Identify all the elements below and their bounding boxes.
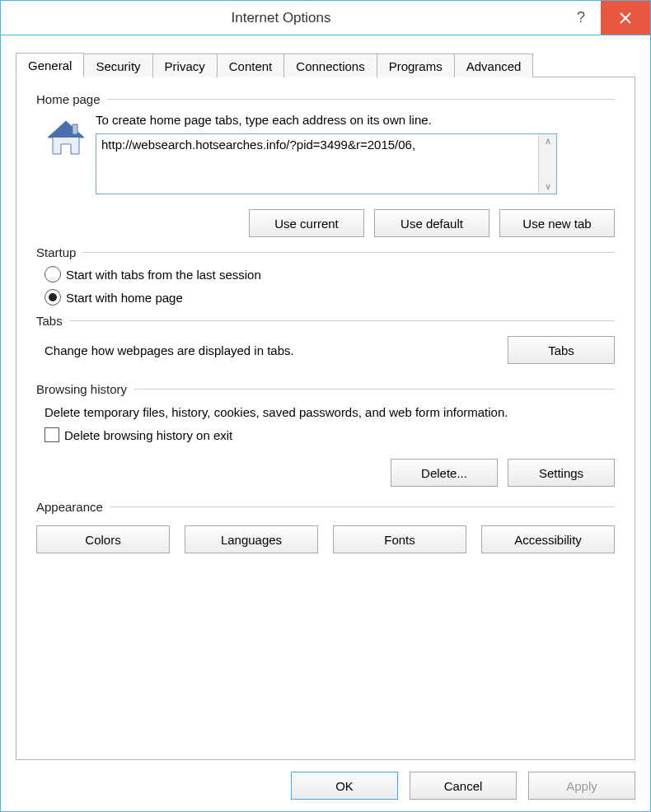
tab-connections[interactable]: Connections [283, 54, 377, 77]
fonts-button[interactable]: Fonts [333, 525, 466, 553]
radio-home-page[interactable] [44, 289, 61, 306]
radio-last-session[interactable] [44, 266, 61, 282]
divider [82, 252, 615, 253]
homepage-url-input[interactable] [96, 134, 538, 194]
ok-button[interactable]: OK [291, 772, 398, 800]
divider [69, 320, 615, 321]
group-homepage-label: Home page [36, 92, 101, 106]
window-title: Internet Options [1, 10, 561, 26]
svg-marker-1 [48, 121, 84, 138]
scrollbar[interactable]: ∧ ∨ [538, 134, 556, 194]
delete-button[interactable]: Delete... [391, 459, 498, 487]
use-default-button[interactable]: Use default [374, 209, 489, 237]
help-button[interactable]: ? [561, 1, 601, 35]
history-settings-button[interactable]: Settings [508, 459, 615, 487]
use-new-tab-button[interactable]: Use new tab [499, 209, 615, 237]
home-icon [36, 113, 96, 194]
group-tabs-label: Tabs [36, 314, 63, 328]
homepage-buttons: Use current Use default Use new tab [96, 209, 615, 237]
languages-button[interactable]: Languages [185, 525, 318, 553]
radio-last-session-row[interactable]: Start with tabs from the last session [44, 266, 615, 282]
radio-home-page-row[interactable]: Start with home page [44, 289, 615, 306]
divider [107, 99, 615, 100]
homepage-url-wrap: ∧ ∨ [96, 133, 557, 194]
history-checkbox-row[interactable]: Delete browsing history on exit [44, 427, 615, 442]
titlebar-controls: ? [561, 1, 650, 35]
group-history-label: Browsing history [36, 382, 127, 396]
delete-on-exit-label: Delete browsing history on exit [64, 428, 232, 442]
appearance-buttons: Colors Languages Fonts Accessibility [36, 525, 615, 553]
homepage-instruction: To create home page tabs, type each addr… [96, 113, 615, 127]
homepage-right: To create home page tabs, type each addr… [96, 113, 615, 194]
tabs-section-row: Change how webpages are displayed in tab… [44, 336, 615, 364]
svg-rect-2 [73, 124, 77, 134]
homepage-row: To create home page tabs, type each addr… [36, 113, 615, 194]
group-appearance-label: Appearance [36, 500, 103, 514]
tab-security[interactable]: Security [83, 54, 152, 77]
dialog-footer: OK Cancel Apply [16, 760, 635, 800]
history-text: Delete temporary files, history, cookies… [44, 404, 615, 421]
tabs-section-text: Change how webpages are displayed in tab… [44, 343, 491, 357]
group-tabs: Tabs [36, 314, 615, 328]
titlebar: Internet Options ? [1, 1, 650, 35]
accessibility-button[interactable]: Accessibility [481, 525, 615, 553]
close-button[interactable] [601, 1, 650, 35]
group-appearance: Appearance [36, 500, 615, 514]
apply-button[interactable]: Apply [528, 772, 635, 800]
tabstrip: General Security Privacy Content Connect… [16, 52, 635, 77]
divider [110, 506, 615, 507]
colors-button[interactable]: Colors [36, 525, 170, 553]
radio-home-page-label: Start with home page [66, 291, 183, 305]
tab-advanced[interactable]: Advanced [454, 54, 534, 77]
tab-programs[interactable]: Programs [377, 54, 455, 77]
scroll-down-icon: ∨ [545, 181, 551, 192]
client-area: General Security Privacy Content Connect… [1, 35, 650, 811]
tab-privacy[interactable]: Privacy [152, 54, 218, 77]
tab-general[interactable]: General [16, 53, 84, 77]
divider [133, 389, 615, 390]
internet-options-dialog: Internet Options ? General Security Priv… [0, 0, 651, 812]
group-startup: Startup [36, 245, 615, 259]
scroll-up-icon: ∧ [545, 136, 551, 147]
delete-on-exit-checkbox[interactable] [44, 427, 59, 442]
group-history: Browsing history [36, 382, 615, 396]
tab-content[interactable]: Content [217, 54, 285, 77]
group-startup-label: Startup [36, 245, 76, 259]
cancel-button[interactable]: Cancel [410, 772, 517, 800]
use-current-button[interactable]: Use current [249, 209, 364, 237]
history-buttons: Delete... Settings [36, 459, 615, 487]
group-homepage: Home page [36, 92, 615, 106]
close-icon [620, 12, 631, 24]
tabs-button[interactable]: Tabs [508, 336, 615, 364]
tabpanel-general: Home page To create home page tabs, type… [16, 77, 635, 760]
radio-last-session-label: Start with tabs from the last session [66, 268, 261, 282]
